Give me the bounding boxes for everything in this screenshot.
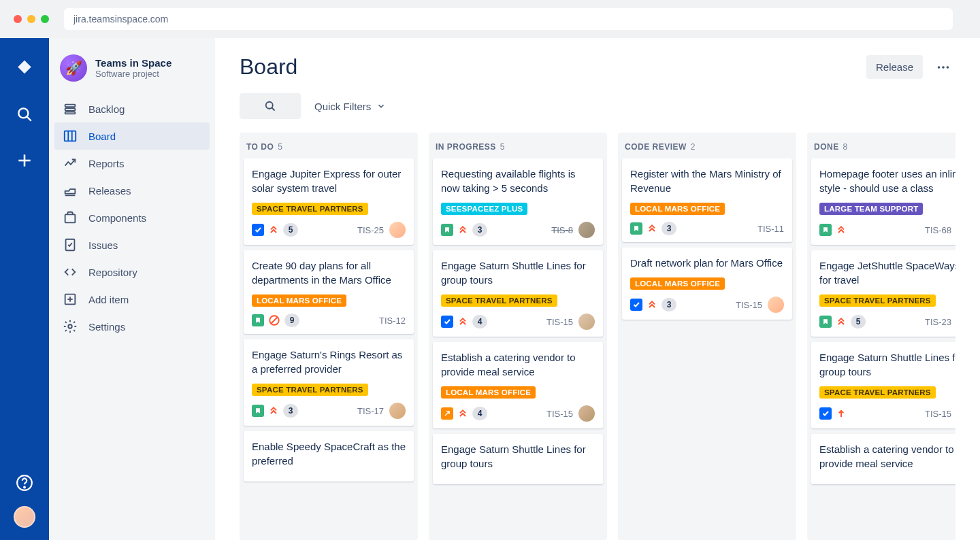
more-actions-icon[interactable] xyxy=(931,55,956,80)
sidebar-item-label: Settings xyxy=(88,321,125,333)
card-title: Establish a catering vendor to provide m… xyxy=(819,442,956,471)
sidebar-item-repository[interactable]: Repository xyxy=(54,258,210,286)
quick-filters-dropdown[interactable]: Quick Filters xyxy=(314,101,386,112)
board-column: Done 8 Homepage footer uses an inline st… xyxy=(807,133,956,540)
issue-card[interactable]: Engage Jupiter Express for outer solar s… xyxy=(244,158,414,245)
column-count: 5 xyxy=(500,142,505,152)
story-points-badge: 3 xyxy=(472,223,487,237)
svg-point-19 xyxy=(938,66,941,69)
minimize-window-icon[interactable] xyxy=(27,15,35,23)
svg-point-21 xyxy=(947,66,949,69)
close-window-icon[interactable] xyxy=(14,15,22,23)
issue-key: TIS-25 xyxy=(357,225,384,235)
kanban-board: To Do 5 Engage Jupiter Express for outer… xyxy=(240,133,956,540)
issue-card[interactable]: Establish a catering vendor to provide m… xyxy=(433,342,603,428)
sidebar-item-backlog[interactable]: Backlog xyxy=(54,95,210,122)
search-icon[interactable] xyxy=(11,101,38,128)
card-title: Register with the Mars Ministry of Reven… xyxy=(630,167,784,195)
sidebar-item-settings[interactable]: Settings xyxy=(54,313,210,340)
sidebar-item-board[interactable]: Board xyxy=(54,122,210,150)
assignee-avatar[interactable] xyxy=(578,314,595,330)
story-type-icon xyxy=(819,316,832,328)
card-title: Engage Jupiter Express for outer solar s… xyxy=(252,167,406,195)
issue-card[interactable]: Engage Saturn Shuttle Lines for group to… xyxy=(811,342,956,428)
priority-highest-icon xyxy=(457,316,468,327)
priority-highest-icon xyxy=(647,223,657,234)
maximize-window-icon[interactable] xyxy=(41,15,49,23)
issue-key: TIS-23 xyxy=(925,317,951,327)
story-type-icon xyxy=(630,222,642,235)
sidebar-item-issues[interactable]: Issues xyxy=(54,231,210,258)
issue-key: TIS-15 xyxy=(736,300,762,310)
create-icon[interactable] xyxy=(11,147,38,174)
assignee-avatar[interactable] xyxy=(578,405,595,422)
card-tag: LOCAL MARS OFFICE xyxy=(630,277,725,290)
svg-rect-9 xyxy=(65,131,76,141)
task-type-icon xyxy=(252,224,264,236)
help-icon[interactable] xyxy=(11,469,38,496)
card-tag: SPACE TRAVEL PARTNERS xyxy=(819,386,936,399)
sidebar-item-label: Releases xyxy=(88,185,131,197)
card-tag: SPACE TRAVEL PARTNERS xyxy=(252,384,368,396)
column-count: 2 xyxy=(691,142,696,152)
sidebar-item-label: Components xyxy=(88,212,146,224)
profile-avatar[interactable] xyxy=(14,506,35,528)
card-title: Engage Saturn Shuttle Lines for group to… xyxy=(441,442,595,471)
board-search[interactable] xyxy=(240,93,301,119)
column-body[interactable]: Register with the Mars Ministry of Reven… xyxy=(618,158,796,324)
card-title: Create 90 day plans for all departments … xyxy=(252,258,406,287)
story-points-badge: 3 xyxy=(662,222,676,235)
card-title: Establish a catering vendor to provide m… xyxy=(441,350,595,379)
issue-key: TIS-11 xyxy=(757,224,784,234)
jira-logo-icon[interactable] xyxy=(11,54,38,82)
card-title: Homepage footer uses an inline style - s… xyxy=(819,167,956,195)
column-body[interactable]: Requesting available flights is now taki… xyxy=(429,158,607,488)
issue-card[interactable]: Establish a catering vendor to provide m… xyxy=(811,434,956,484)
priority-highest-icon xyxy=(457,408,468,419)
issue-card[interactable]: Homepage footer uses an inline style - s… xyxy=(811,158,956,245)
sidebar-item-components[interactable]: Components xyxy=(54,204,210,231)
board-column: In Progress 5 Requesting available fligh… xyxy=(429,133,607,540)
svg-point-22 xyxy=(266,102,273,109)
issue-key: TIS-17 xyxy=(357,406,384,416)
priority-highest-icon xyxy=(268,224,279,235)
issue-card[interactable]: Requesting available flights is now taki… xyxy=(433,158,603,245)
card-tag: LOCAL MARS OFFICE xyxy=(630,203,725,215)
issue-card[interactable]: Engage Saturn Shuttle Lines for group to… xyxy=(433,434,603,484)
card-tag: LOCAL MARS OFFICE xyxy=(441,386,536,399)
story-points-badge: 5 xyxy=(283,223,298,237)
story-type-icon xyxy=(819,224,832,236)
sidebar-item-additem[interactable]: Add item xyxy=(54,286,210,313)
sidebar-item-label: Issues xyxy=(88,239,118,251)
assignee-avatar[interactable] xyxy=(768,297,784,313)
change-type-icon xyxy=(441,407,453,420)
issue-card[interactable]: Create 90 day plans for all departments … xyxy=(244,250,414,334)
quick-filters-label: Quick Filters xyxy=(314,101,371,112)
column-body[interactable]: Engage Jupiter Express for outer solar s… xyxy=(240,158,418,486)
release-button[interactable]: Release xyxy=(866,55,923,79)
project-type: Software project xyxy=(95,69,172,79)
project-header[interactable]: 🚀 Teams in Space Software project xyxy=(54,54,210,95)
assignee-avatar[interactable] xyxy=(389,403,406,419)
issue-card[interactable]: Engage JetShuttle SpaceWays for travel S… xyxy=(811,250,956,337)
card-tag: SPACE TRAVEL PARTNERS xyxy=(252,203,368,215)
assignee-avatar[interactable] xyxy=(389,222,406,238)
project-sidebar: 🚀 Teams in Space Software project Backlo… xyxy=(49,38,215,540)
url-bar[interactable]: jira.teamsinspace.com xyxy=(64,8,953,30)
svg-line-23 xyxy=(272,108,275,111)
issue-card[interactable]: Engage Saturn's Rings Resort as a prefer… xyxy=(244,339,414,426)
sidebar-item-releases[interactable]: Releases xyxy=(54,177,210,204)
story-type-icon xyxy=(441,224,453,236)
issue-card[interactable]: Engage Saturn Shuttle Lines for group to… xyxy=(433,250,603,337)
assignee-avatar[interactable] xyxy=(578,222,595,238)
issue-key: TIS-8 xyxy=(551,225,573,235)
issue-card[interactable]: Register with the Mars Ministry of Reven… xyxy=(622,158,792,242)
issue-card[interactable]: Draft network plan for Mars Office LOCAL… xyxy=(622,248,792,320)
card-tag: SPACE TRAVEL PARTNERS xyxy=(441,294,557,307)
column-body[interactable]: Homepage footer uses an inline style - s… xyxy=(807,158,956,488)
svg-line-1 xyxy=(27,117,31,121)
card-tag: SEESPACEEZ PLUS xyxy=(441,203,527,215)
sidebar-item-reports[interactable]: Reports xyxy=(54,150,210,177)
issue-card[interactable]: Enable Speedy SpaceCraft as the preferre… xyxy=(244,431,414,482)
card-tag: SPACE TRAVEL PARTNERS xyxy=(819,294,936,307)
